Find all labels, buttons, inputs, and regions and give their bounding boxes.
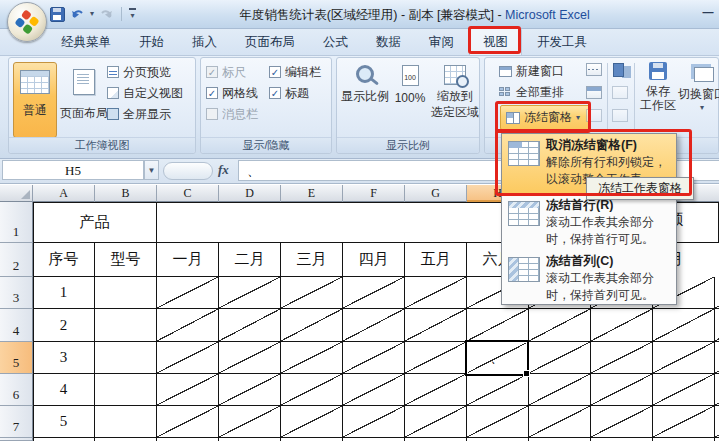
cell-diagonal[interactable] xyxy=(529,374,591,406)
cell-diagonal[interactable] xyxy=(653,309,715,342)
arrange-all-button[interactable]: 全部重排 xyxy=(499,84,564,100)
zoom-button[interactable]: 显示比例 xyxy=(341,61,389,105)
active-cell-H5[interactable]: 、 xyxy=(465,340,529,376)
name-box[interactable]: H5 xyxy=(2,160,144,180)
page-layout-view-button[interactable]: 页面布局 xyxy=(61,62,107,138)
hide-window-button[interactable] xyxy=(586,86,602,99)
cell-diagonal[interactable] xyxy=(405,309,467,342)
cell-diagonal[interactable] xyxy=(529,309,591,342)
cell-diagonal[interactable] xyxy=(157,406,219,438)
cell-diagonal[interactable] xyxy=(591,374,653,406)
cell-diagonal[interactable] xyxy=(219,406,281,438)
cell-diagonal[interactable] xyxy=(343,277,405,309)
fill-handle[interactable] xyxy=(523,370,530,377)
cell-diagonal[interactable] xyxy=(281,342,343,374)
column-header-F[interactable]: F xyxy=(343,185,405,202)
cell-diagonal[interactable] xyxy=(467,309,529,342)
cell-diagonal[interactable] xyxy=(219,342,281,374)
tab-data[interactable]: 数据 xyxy=(363,28,414,55)
row-header-2[interactable]: 2 xyxy=(0,243,33,277)
customize-qat-icon[interactable]: ▾ xyxy=(129,8,136,20)
normal-view-button[interactable]: 普通 xyxy=(13,62,57,138)
cell-serial-4[interactable]: 4 xyxy=(33,374,95,406)
tab-review[interactable]: 审阅 xyxy=(416,28,467,55)
row-header-1[interactable]: 1 xyxy=(0,202,33,243)
checkbox-headings[interactable]: ✓标题 xyxy=(269,86,329,100)
cell-row2-5[interactable]: 四月 xyxy=(343,243,405,277)
column-header-B[interactable]: B xyxy=(95,185,157,202)
column-header-E[interactable]: E xyxy=(281,185,343,202)
cell-diagonal[interactable] xyxy=(529,406,591,438)
tab-insert[interactable]: 插入 xyxy=(179,28,230,55)
row-header-3[interactable]: 3 xyxy=(0,277,33,309)
cell-model-blank[interactable] xyxy=(95,309,157,342)
cell-diagonal[interactable] xyxy=(219,309,281,342)
cell-diagonal[interactable] xyxy=(281,309,343,342)
save-workspace-button[interactable]: 保存 工作区 xyxy=(639,62,677,112)
cell-diagonal[interactable] xyxy=(591,309,653,342)
cell-diagonal[interactable] xyxy=(219,374,281,406)
cell-diagonal[interactable] xyxy=(715,342,719,374)
cell-diagonal[interactable] xyxy=(591,342,653,374)
cell-diagonal[interactable] xyxy=(281,277,343,309)
cell-model-blank[interactable] xyxy=(95,342,157,374)
row-header-4[interactable]: 4 xyxy=(0,309,33,342)
cell-diagonal[interactable] xyxy=(343,342,405,374)
cell-row2-3[interactable]: 二月 xyxy=(219,243,281,277)
split-button[interactable] xyxy=(586,63,602,76)
cell-row2-1[interactable]: 型号 xyxy=(95,243,157,277)
cell-serial-5[interactable]: 5 xyxy=(33,406,95,438)
name-box-dropdown-icon[interactable]: ▼ xyxy=(144,160,159,180)
office-button[interactable] xyxy=(7,2,47,42)
cell-diagonal[interactable] xyxy=(405,277,467,309)
page-break-preview-button[interactable]: 分页预览 xyxy=(107,64,171,80)
zoom-100-button[interactable]: 100% xyxy=(391,61,429,105)
checkbox-formula-bar[interactable]: ✓编辑栏 xyxy=(269,65,329,79)
minimize-button[interactable]: — xyxy=(701,5,715,19)
cell-row2-2[interactable]: 一月 xyxy=(157,243,219,277)
freeze-panes-button[interactable]: 冻结窗格 ▾ xyxy=(500,105,590,130)
cell-diagonal[interactable] xyxy=(219,277,281,309)
cell-diagonal[interactable] xyxy=(715,374,719,406)
zoom-to-selection-button[interactable]: 缩放到 选定区域 xyxy=(431,61,479,121)
cell-diagonal[interactable] xyxy=(405,374,467,406)
tab-formulas[interactable]: 公式 xyxy=(310,28,361,55)
cell-diagonal[interactable] xyxy=(343,374,405,406)
column-header-C[interactable]: C xyxy=(157,185,219,202)
full-screen-button[interactable]: 全屏显示 xyxy=(107,106,171,122)
cell-serial-2[interactable]: 2 xyxy=(33,309,95,342)
cell-diagonal[interactable] xyxy=(157,309,219,342)
cell-serial-3[interactable]: 3 xyxy=(33,342,95,374)
cell-diagonal[interactable] xyxy=(591,406,653,438)
view-side-by-side-icon[interactable] xyxy=(613,63,624,77)
insert-function-icon[interactable]: fx xyxy=(218,162,229,178)
row-header-6[interactable]: 6 xyxy=(0,374,33,406)
row-header-5[interactable]: 5 xyxy=(0,342,33,374)
menu-item-freeze-top-row[interactable]: 冻结首行(R)滚动工作表其余部分时，保持首行可见。 xyxy=(502,194,676,250)
tab-view[interactable]: 视图 xyxy=(469,28,522,55)
checkbox-gridlines[interactable]: ✓网格线 xyxy=(206,86,269,100)
cell-model-blank[interactable] xyxy=(95,406,157,438)
save-icon[interactable] xyxy=(50,7,65,22)
cell-diagonal[interactable] xyxy=(343,309,405,342)
cell-diagonal[interactable] xyxy=(715,277,719,309)
cell-diagonal[interactable] xyxy=(715,309,719,342)
cell-diagonal[interactable] xyxy=(653,406,715,438)
tab-classic-menu[interactable]: 经典菜单 xyxy=(48,28,124,55)
cell-diagonal[interactable] xyxy=(157,342,219,374)
tab-page-layout[interactable]: 页面布局 xyxy=(232,28,308,55)
cell-diagonal[interactable] xyxy=(405,406,467,438)
cell-diagonal[interactable] xyxy=(653,374,715,406)
menu-item-freeze-first-column[interactable]: 冻结首列(C)滚动工作表其余部分时，保持首列可见。 xyxy=(502,250,676,306)
tab-home[interactable]: 开始 xyxy=(126,28,177,55)
cell-diagonal[interactable] xyxy=(157,374,219,406)
column-header-A[interactable]: A xyxy=(33,185,95,202)
cell-row2-0[interactable]: 序号 xyxy=(33,243,95,277)
new-window-button[interactable]: 新建窗口 xyxy=(499,63,564,79)
column-header-D[interactable]: D xyxy=(219,185,281,202)
custom-views-button[interactable]: 自定义视图 xyxy=(107,85,183,101)
cell-diagonal[interactable] xyxy=(157,277,219,309)
column-header-G[interactable]: G xyxy=(405,185,467,202)
cell-diagonal[interactable] xyxy=(405,342,467,374)
cell-model-blank[interactable] xyxy=(95,374,157,406)
